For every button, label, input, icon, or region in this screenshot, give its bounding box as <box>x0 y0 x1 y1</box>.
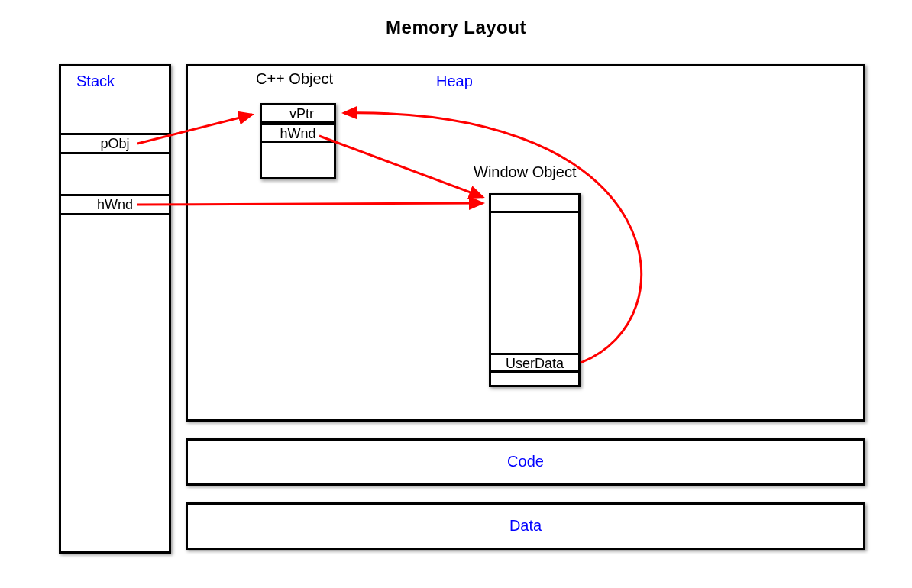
window-field-top <box>489 193 581 213</box>
data-segment-box: Data <box>186 502 865 550</box>
cpp-field-hwnd: hWnd <box>260 123 336 143</box>
data-segment-label: Data <box>188 517 863 535</box>
stack-field-pobj: pObj <box>59 133 171 154</box>
cpp-field-vptr: _vPtr <box>260 103 336 123</box>
code-segment-box: Code <box>186 438 865 486</box>
stack-segment-label: Stack <box>76 73 115 90</box>
cpp-object-label: C++ Object <box>256 70 333 88</box>
stack-field-hwnd: hWnd <box>59 194 171 215</box>
code-segment-label: Code <box>188 453 863 470</box>
window-object-label: Window Object <box>474 163 577 181</box>
heap-segment-label: Heap <box>436 73 473 90</box>
window-field-userdata: UserData <box>489 353 581 373</box>
diagram-title: Memory Layout <box>0 17 912 38</box>
